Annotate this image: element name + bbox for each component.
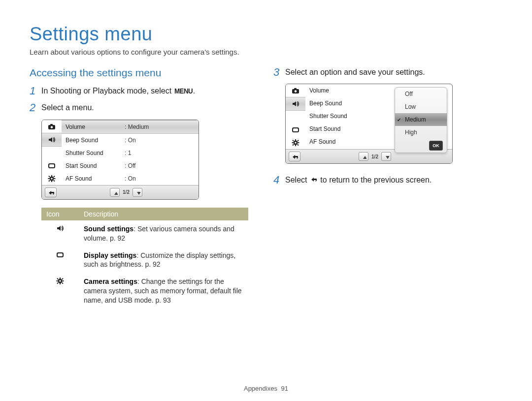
step-number: 4 [273,175,285,185]
ok-button[interactable]: OK [429,141,443,151]
camera-icon [291,87,300,94]
gear-icon [291,139,300,147]
manual-page: Settings menu Learn about various option… [0,0,532,401]
display-icon [47,162,57,170]
menu-row[interactable]: Start Sound: Off [62,159,199,172]
display-icon [55,251,65,259]
screen-footer: 1/2 [42,185,199,199]
step-number: 2 [30,102,41,113]
page-indicator: 1/2 [371,154,378,159]
menu-row[interactable]: Beep Sound: On [62,134,199,147]
table-header-description: Description [79,208,248,220]
page-down-button[interactable] [133,188,142,197]
back-button[interactable] [45,187,57,197]
camera-icon [47,123,57,130]
sidebar-icons [286,84,305,149]
menu-row[interactable]: Volume: Medium [62,120,199,134]
step-text: Select a menu. [41,102,94,113]
back-button[interactable] [289,152,300,161]
sound-icon [55,224,65,232]
back-icon [309,176,318,183]
icon-description-table: Icon Description Sound settings: Set var… [41,208,248,309]
menu-button-label: MENU [174,86,193,97]
display-icon [291,126,300,134]
step-number: 3 [273,67,285,78]
page-up-button[interactable] [359,152,368,161]
option-item[interactable]: Off [395,88,447,100]
gear-icon [55,277,65,285]
step-text: In Shooting or Playback mode, select MEN… [41,86,195,96]
step-4: 4 Select to return to the previous scree… [273,175,502,185]
menu-row[interactable]: Shutter Sound: 1 [62,147,199,159]
check-icon: ✔ [397,117,401,123]
page-up-button[interactable] [110,188,120,197]
footer-section: Appendixes [244,385,277,392]
menu-row[interactable]: AF Sound: On [62,172,199,185]
step-2: 2 Select a menu. [30,102,259,113]
option-popup: Off Low ✔Medium High OK [395,87,447,153]
option-item[interactable]: Low [395,100,447,113]
step-3: 3 Select an option and save your setting… [273,67,502,78]
section-heading: Accessing the settings menu [30,67,259,79]
page-footer: Appendixes 91 [0,385,532,392]
left-column: Accessing the settings menu 1 In Shootin… [30,67,259,309]
sound-icon [47,136,57,144]
step-text: Select to return to the previous screen. [285,175,432,185]
option-item-selected[interactable]: ✔Medium [395,113,447,126]
gear-icon [47,175,57,183]
footer-page-number: 91 [281,385,288,392]
step-1: 1 In Shooting or Playback mode, select M… [30,86,259,96]
sound-icon [291,100,300,108]
sidebar-icons [42,120,62,185]
step-text: Select an option and save your settings. [285,67,425,78]
table-row: Sound settings: Set various camera sound… [41,220,248,247]
intro-text: Learn about various options to configure… [30,48,502,56]
table-row: Display settings: Customize the display … [41,247,248,274]
page-down-button[interactable] [381,152,391,161]
page-title: Settings menu [30,24,502,45]
step-number: 1 [30,86,41,96]
camera-screen-menu: Volume: Medium Beep Sound: On Shutter So… [41,120,199,200]
option-item[interactable]: High [395,126,447,139]
camera-screen-options: Volume Beep Sound Shutter Sound Start So… [285,84,453,164]
table-header-icon: Icon [41,208,79,220]
right-column: 3 Select an option and save your setting… [273,67,502,309]
table-row: Camera settings: Change the settings for… [41,273,248,309]
page-indicator: 1/2 [123,189,130,195]
menu-rows: Volume: Medium Beep Sound: On Shutter So… [62,120,199,185]
